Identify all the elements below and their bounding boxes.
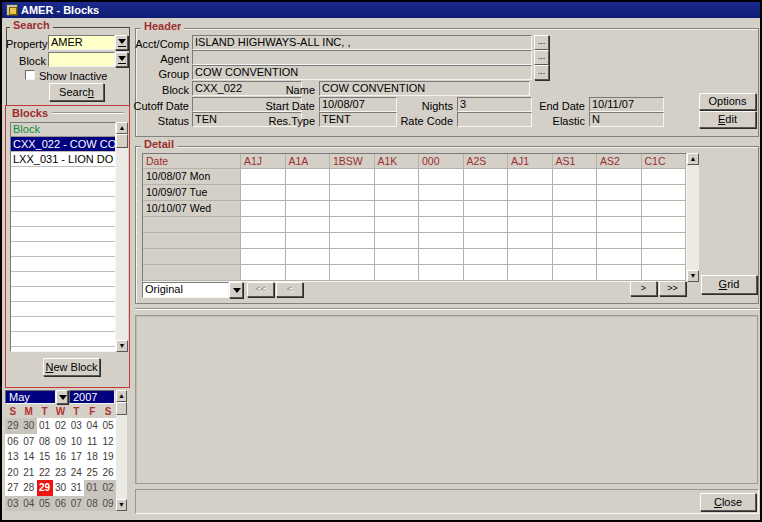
end-date-field[interactable]: 10/11/07 bbox=[589, 97, 664, 112]
detail-data-cell[interactable] bbox=[553, 169, 598, 185]
calendar-day[interactable]: 22 bbox=[37, 465, 53, 481]
detail-data-cell[interactable] bbox=[286, 217, 331, 233]
detail-data-cell[interactable] bbox=[553, 265, 598, 281]
detail-data-cell[interactable] bbox=[330, 169, 375, 185]
view-dropdown[interactable]: Original bbox=[142, 282, 229, 298]
block-list-item[interactable] bbox=[11, 302, 115, 317]
start-date-field[interactable]: 10/08/07 bbox=[319, 97, 397, 112]
detail-data-cell[interactable] bbox=[286, 169, 331, 185]
block-list-item[interactable]: LXX_031 - LION DO bbox=[11, 152, 115, 167]
calendar-month-dropdown-button[interactable] bbox=[56, 390, 68, 404]
detail-data-cell[interactable] bbox=[330, 249, 375, 265]
calendar-day[interactable]: 08 bbox=[84, 496, 100, 512]
detail-data-cell[interactable] bbox=[375, 249, 420, 265]
block-list-item[interactable] bbox=[11, 227, 115, 242]
elastic-field[interactable]: N bbox=[589, 112, 664, 127]
calendar-day[interactable]: 14 bbox=[21, 449, 37, 465]
block-list-item[interactable] bbox=[11, 287, 115, 302]
detail-data-cell[interactable] bbox=[241, 201, 286, 217]
detail-data-cell[interactable] bbox=[330, 201, 375, 217]
blocks-list-scrollbar[interactable]: ▲ ▼ bbox=[116, 122, 128, 352]
block-list-item[interactable] bbox=[11, 167, 115, 182]
detail-data-cell[interactable] bbox=[241, 217, 286, 233]
calendar-day-selected[interactable]: 29 bbox=[37, 480, 53, 496]
grid-button[interactable]: Grid bbox=[701, 275, 757, 294]
show-inactive-checkbox[interactable] bbox=[25, 70, 35, 80]
calendar-day[interactable]: 11 bbox=[84, 434, 100, 450]
detail-data-cell[interactable] bbox=[642, 265, 687, 281]
detail-data-cell[interactable] bbox=[419, 169, 464, 185]
calendar-day[interactable]: 31 bbox=[68, 480, 84, 496]
detail-data-cell[interactable] bbox=[375, 185, 420, 201]
rate-code-field[interactable] bbox=[457, 112, 532, 127]
detail-data-cell[interactable] bbox=[642, 201, 687, 217]
detail-data-cell[interactable] bbox=[375, 217, 420, 233]
detail-data-cell[interactable] bbox=[464, 217, 509, 233]
calendar-day[interactable]: 03 bbox=[5, 496, 21, 512]
calendar-day[interactable]: 30 bbox=[53, 480, 69, 496]
detail-data-cell[interactable] bbox=[464, 169, 509, 185]
detail-data-cell[interactable] bbox=[330, 217, 375, 233]
calendar-day[interactable]: 08 bbox=[37, 434, 53, 450]
calendar-day[interactable]: 21 bbox=[21, 465, 37, 481]
detail-data-cell[interactable] bbox=[241, 169, 286, 185]
block-list-item[interactable]: CXX_022 - COW CONVEN bbox=[11, 137, 115, 152]
calendar-day[interactable]: 03 bbox=[68, 418, 84, 434]
calendar-day[interactable]: 07 bbox=[21, 434, 37, 450]
detail-data-cell[interactable] bbox=[508, 249, 553, 265]
calendar-day[interactable]: 05 bbox=[100, 418, 116, 434]
calendar-day[interactable]: 18 bbox=[84, 449, 100, 465]
edit-button[interactable]: Edit bbox=[699, 111, 756, 128]
detail-data-cell[interactable] bbox=[419, 201, 464, 217]
detail-data-cell[interactable] bbox=[642, 249, 687, 265]
detail-data-cell[interactable] bbox=[553, 217, 598, 233]
detail-data-cell[interactable] bbox=[375, 201, 420, 217]
detail-data-cell[interactable] bbox=[330, 185, 375, 201]
block-list-item[interactable] bbox=[11, 182, 115, 197]
name-field[interactable]: COW CONVENTION bbox=[319, 81, 530, 96]
calendar-day[interactable]: 16 bbox=[53, 449, 69, 465]
calendar-day[interactable]: 28 bbox=[21, 480, 37, 496]
calendar-day[interactable]: 27 bbox=[5, 480, 21, 496]
calendar-day[interactable]: 01 bbox=[84, 480, 100, 496]
view-dropdown-button[interactable] bbox=[229, 282, 243, 298]
detail-data-cell[interactable] bbox=[642, 169, 687, 185]
block-list-item[interactable] bbox=[11, 317, 115, 332]
nav-prev-button[interactable]: < bbox=[276, 282, 303, 297]
calendar-day[interactable]: 09 bbox=[53, 434, 69, 450]
block-list-item[interactable] bbox=[11, 257, 115, 272]
scroll-up-icon[interactable]: ▲ bbox=[687, 153, 699, 165]
detail-data-cell[interactable] bbox=[508, 233, 553, 249]
detail-data-cell[interactable] bbox=[508, 265, 553, 281]
detail-data-cell[interactable] bbox=[464, 233, 509, 249]
calendar-day[interactable]: 20 bbox=[5, 465, 21, 481]
scrollbar-thumb[interactable] bbox=[116, 402, 127, 415]
calendar-day[interactable]: 25 bbox=[84, 465, 100, 481]
detail-data-cell[interactable] bbox=[508, 169, 553, 185]
scrollbar-thumb[interactable] bbox=[116, 134, 128, 148]
detail-data-cell[interactable] bbox=[330, 233, 375, 249]
detail-data-cell[interactable] bbox=[553, 185, 598, 201]
calendar-day[interactable]: 30 bbox=[21, 418, 37, 434]
calendar-day[interactable]: 29 bbox=[5, 418, 21, 434]
detail-data-cell[interactable] bbox=[597, 169, 642, 185]
detail-data-cell[interactable] bbox=[597, 217, 642, 233]
block-list-item[interactable] bbox=[11, 272, 115, 287]
nav-last-button[interactable]: >> bbox=[659, 281, 686, 296]
detail-data-cell[interactable] bbox=[375, 265, 420, 281]
calendar-day[interactable]: 12 bbox=[100, 434, 116, 450]
calendar-day[interactable]: 01 bbox=[37, 418, 53, 434]
new-block-button[interactable]: New Block bbox=[43, 358, 100, 376]
calendar-day[interactable]: 09 bbox=[100, 496, 116, 512]
calendar-year-field[interactable]: 2007 bbox=[69, 390, 115, 404]
group-field[interactable]: COW CONVENTION bbox=[192, 65, 532, 80]
nights-field[interactable]: 3 bbox=[457, 97, 532, 112]
scroll-up-icon[interactable]: ▲ bbox=[116, 390, 127, 402]
detail-data-cell[interactable] bbox=[241, 233, 286, 249]
detail-data-cell[interactable] bbox=[375, 169, 420, 185]
detail-data-cell[interactable] bbox=[286, 249, 331, 265]
detail-data-cell[interactable] bbox=[642, 217, 687, 233]
detail-data-cell[interactable] bbox=[286, 233, 331, 249]
calendar-day[interactable]: 05 bbox=[37, 496, 53, 512]
detail-data-cell[interactable] bbox=[286, 201, 331, 217]
